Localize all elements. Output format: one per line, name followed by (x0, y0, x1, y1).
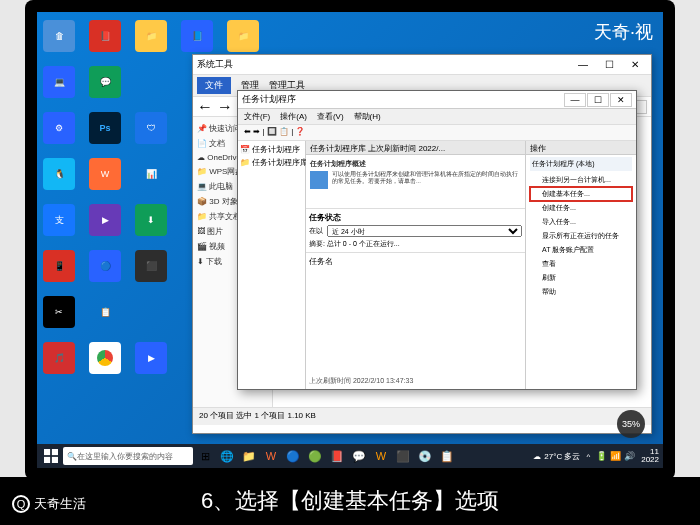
photoshop-icon[interactable]: Ps (89, 112, 121, 144)
scheduler-actions-pane: 操作 任务计划程序 (本地) 连接到另一台计算机... 创建基本任务... 创建… (526, 141, 636, 389)
desktop-screen: 天奇·视 🗑 📕 📁 📘 📁 💻 💬 ⚙ Ps 🛡 📄 (37, 12, 663, 468)
explorer-title: 系统工具 (197, 58, 233, 71)
weather-text: 27°C 多云 (544, 451, 580, 462)
maximize-button[interactable]: ☐ (597, 57, 621, 73)
scheduler-toolbar[interactable]: ⬅ ➡ | 🔲 📋 | ❓ (238, 125, 636, 141)
control-panel-icon[interactable]: ⚙ (43, 112, 75, 144)
menu-help[interactable]: 帮助(H) (354, 111, 381, 122)
task-name-label: 任务名 (309, 257, 333, 266)
scheduler-titlebar[interactable]: 任务计划程序 — ☐ ✕ (238, 91, 636, 109)
spacer (273, 20, 305, 52)
wechat-taskbar-icon[interactable]: 💬 (349, 446, 369, 466)
app-taskbar-icon[interactable]: 🟢 (305, 446, 325, 466)
search-icon: 🔍 (67, 452, 77, 461)
action-connect[interactable]: 连接到另一台计算机... (530, 173, 632, 187)
task-name-section: 任务名 (306, 253, 525, 270)
start-button[interactable] (41, 446, 61, 466)
svg-rect-3 (52, 457, 58, 463)
action-create-task[interactable]: 创建任务... (530, 201, 632, 215)
period-select[interactable]: 近 24 小时 (327, 225, 522, 237)
back-button[interactable]: ← (197, 98, 213, 116)
tree-library[interactable]: 📁 任务计划程序库 (240, 156, 303, 169)
folder-icon[interactable]: 📁 (135, 20, 167, 52)
app-icon[interactable]: ⬛ (135, 250, 167, 282)
edge-icon[interactable]: 🌐 (217, 446, 237, 466)
logo-icon: Q (12, 495, 30, 513)
action-view[interactable]: 查看 (530, 257, 632, 271)
app-icon[interactable]: 📊 (135, 158, 167, 190)
desktop[interactable]: 🗑 📕 📁 📘 📁 💻 💬 ⚙ Ps 🛡 📄 🐧 W (37, 12, 663, 468)
app-taskbar-icon[interactable]: 📋 (437, 446, 457, 466)
thispc-icon[interactable]: 💻 (43, 66, 75, 98)
svg-rect-0 (44, 449, 50, 455)
monitor-frame: 天奇·视 🗑 📕 📁 📘 📁 💻 💬 ⚙ Ps 🛡 📄 (25, 0, 675, 480)
menu-action[interactable]: 操作(A) (280, 111, 307, 122)
explorer-titlebar[interactable]: 系统工具 — ☐ ✕ (193, 55, 651, 75)
action-create-basic-task[interactable]: 创建基本任务... (530, 187, 632, 201)
tray-chevron-icon[interactable]: ^ (586, 452, 590, 461)
system-tray[interactable]: 🔋 📶 🔊 (596, 451, 635, 461)
action-import-task[interactable]: 导入任务... (530, 215, 632, 229)
action-at-account[interactable]: AT 服务账户配置 (530, 243, 632, 257)
task-scheduler-window[interactable]: 任务计划程序 — ☐ ✕ 文件(F) 操作(A) 查看(V) 帮助(H) ⬅ ➡… (237, 90, 637, 390)
close-button[interactable]: ✕ (623, 57, 647, 73)
app-icon[interactable]: ▶ (89, 204, 121, 236)
weather-icon: ☁ (533, 452, 541, 461)
clock-icon (310, 171, 328, 189)
taskbar-clock[interactable]: 11 2022 (641, 448, 659, 464)
app-icon[interactable]: ⬇ (135, 204, 167, 236)
forward-button[interactable]: → (217, 98, 233, 116)
folder-icon[interactable]: 📁 (227, 20, 259, 52)
app-taskbar-icon[interactable]: 📕 (327, 446, 347, 466)
wps-taskbar-icon[interactable]: W (261, 446, 281, 466)
security-icon[interactable]: 🛡 (135, 112, 167, 144)
volume-icon[interactable]: 🔊 (624, 451, 635, 461)
chrome-icon[interactable] (89, 342, 121, 374)
scheduler-center-pane: 任务计划程序库 上次刷新时间 2022/... 任务计划程序概述 可以使用任务计… (306, 141, 526, 389)
period-label: 在以 (309, 226, 323, 236)
center-header: 任务计划程序库 上次刷新时间 2022/... (306, 141, 525, 155)
alipay-icon[interactable]: 支 (43, 204, 75, 236)
wps-icon[interactable]: W (89, 158, 121, 190)
status-summary: 摘要: 总计 0 - 0 个正在运行... (309, 239, 522, 249)
recycle-bin-icon[interactable]: 🗑 (43, 20, 75, 52)
caption-step-text: 6、选择【创建基本任务】选项 (201, 486, 499, 516)
explorer-icon[interactable]: 📁 (239, 446, 259, 466)
menu-view[interactable]: 查看(V) (317, 111, 344, 122)
wechat-icon[interactable]: 💬 (89, 66, 121, 98)
action-refresh[interactable]: 刷新 (530, 271, 632, 285)
app-icon[interactable]: 📋 (89, 296, 121, 328)
tree-root[interactable]: 📅 任务计划程序 (240, 143, 303, 156)
scheduler-tree: 📅 任务计划程序 📁 任务计划程序库 (238, 141, 306, 389)
clock-date: 2022 (641, 456, 659, 464)
close-button[interactable]: ✕ (610, 93, 632, 107)
taskbar-search[interactable]: 🔍 在这里输入你要搜索的内容 (63, 447, 193, 465)
action-help[interactable]: 帮助 (530, 285, 632, 299)
weather-widget[interactable]: ☁ 27°C 多云 (533, 451, 580, 462)
minimize-button[interactable]: — (571, 57, 595, 73)
app-taskbar-icon[interactable]: W (371, 446, 391, 466)
caption-logo: Q 天奇生活 (12, 495, 86, 513)
app-taskbar-icon[interactable]: 💿 (415, 446, 435, 466)
qq-icon[interactable]: 🐧 (43, 158, 75, 190)
spacer (135, 66, 167, 98)
maximize-button[interactable]: ☐ (587, 93, 609, 107)
capcut-icon[interactable]: ✂ (43, 296, 75, 328)
app-taskbar-icon[interactable]: 🔵 (283, 446, 303, 466)
app-icon[interactable]: 📘 (181, 20, 213, 52)
tray-icon[interactable]: 📶 (610, 451, 621, 461)
app-taskbar-icon[interactable]: ⬛ (393, 446, 413, 466)
app-icon[interactable]: 🔵 (89, 250, 121, 282)
app-icon[interactable]: 📕 (89, 20, 121, 52)
netease-icon[interactable]: 🎵 (43, 342, 75, 374)
task-view-icon[interactable]: ⊞ (195, 446, 215, 466)
actions-header: 操作 (526, 141, 636, 155)
scheduler-footer: 上次刷新时间 2022/2/10 13:47:33 (306, 373, 525, 389)
menu-file[interactable]: 文件(F) (244, 111, 270, 122)
file-tab[interactable]: 文件 (197, 77, 231, 94)
tray-icon[interactable]: 🔋 (596, 451, 607, 461)
action-show-running[interactable]: 显示所有正在运行的任务 (530, 229, 632, 243)
app-icon[interactable]: 📱 (43, 250, 75, 282)
app-icon[interactable]: ▶ (135, 342, 167, 374)
minimize-button[interactable]: — (564, 93, 586, 107)
